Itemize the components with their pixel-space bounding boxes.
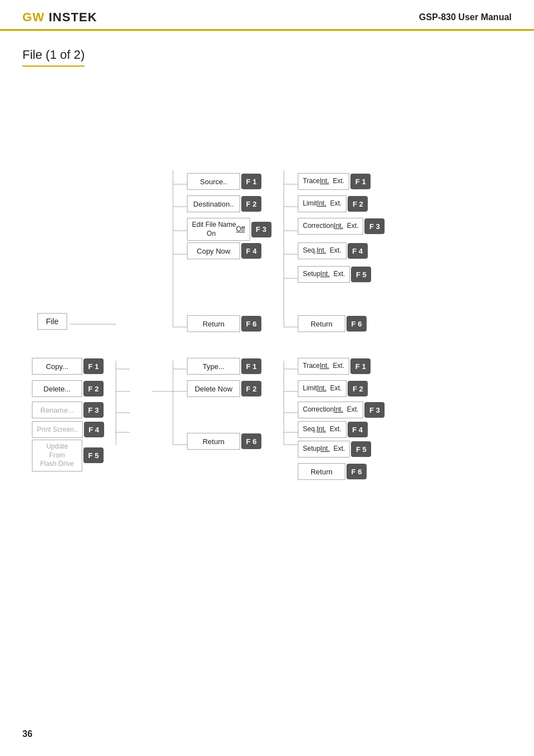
correction-bot-fkey: F 3 <box>364 402 385 418</box>
menu-item-edit-file-name[interactable]: Edit File NameOn Off F 3 <box>187 218 271 241</box>
source-label: Source.. <box>187 173 240 190</box>
correction-top-label: CorrectionInt. Ext. <box>298 218 363 235</box>
menu-item-return-top[interactable]: Return F 6 <box>187 315 261 332</box>
destination-fkey: F 2 <box>241 196 261 212</box>
correction-bot-label: CorrectionInt. Ext. <box>298 402 363 418</box>
menu-item-print-screen[interactable]: Print Screen.. F 4 <box>32 421 104 438</box>
menu-item-destination[interactable]: Destination.. F 2 <box>187 195 261 212</box>
delete-now-fkey: F 2 <box>241 381 261 396</box>
edit-file-name-label: Edit File NameOn Off <box>187 218 250 241</box>
menu-item-copy-now[interactable]: Copy Now F 4 <box>187 242 261 259</box>
type-fkey: F 1 <box>241 358 261 374</box>
seq-top-fkey: F 4 <box>348 243 368 259</box>
return-bot-right-label: Return <box>298 463 345 480</box>
type-label: Type... <box>187 358 240 375</box>
menu-item-trace-top[interactable]: TraceInt. Ext. F 1 <box>298 173 371 190</box>
return-bottom-label: Return <box>187 433 240 450</box>
update-flash-label: UpdateFromFlash Drive <box>32 440 82 472</box>
return-top-label: Return <box>187 315 240 332</box>
correction-top-fkey: F 3 <box>364 218 385 234</box>
menu-item-seq-top[interactable]: Seq.Int. Ext. F 4 <box>298 242 368 259</box>
menu-item-setup-top[interactable]: SetupInt. Ext. F 5 <box>298 266 371 283</box>
copy-label: Copy... <box>32 358 82 375</box>
copy-now-label: Copy Now <box>187 242 240 259</box>
seq-bot-fkey: F 4 <box>348 422 368 437</box>
limit-bot-label: LimitInt. Ext. <box>298 380 346 397</box>
menu-item-setup-bot[interactable]: SetupInt. Ext. F 5 <box>298 441 371 458</box>
seq-top-label: Seq.Int. Ext. <box>298 242 346 259</box>
menu-item-seq-bot[interactable]: Seq.Int. Ext. F 4 <box>298 421 368 438</box>
trace-top-fkey: F 1 <box>350 174 371 189</box>
return-top-fkey: F 6 <box>241 316 261 332</box>
limit-bot-fkey: F 2 <box>348 381 368 396</box>
menu-item-return-bot-right[interactable]: Return F 6 <box>298 463 367 480</box>
menu-item-trace-bot[interactable]: TraceInt. Ext. F 1 <box>298 358 371 375</box>
section-title: File (1 of 2) <box>22 48 85 67</box>
setup-bot-label: SetupInt. Ext. <box>298 441 350 458</box>
menu-item-delete[interactable]: Delete... F 2 <box>32 380 104 397</box>
seq-bot-label: Seq.Int. Ext. <box>298 421 346 438</box>
menu-item-type[interactable]: Type... F 1 <box>187 358 261 375</box>
destination-label: Destination.. <box>187 195 240 212</box>
header: GW INSTEK GSP-830 User Manual <box>0 0 534 31</box>
rename-label: Rename... <box>32 402 82 418</box>
return-bottom-fkey: F 6 <box>241 433 261 449</box>
menu-item-correction-bot[interactable]: CorrectionInt. Ext. F 3 <box>298 402 385 418</box>
setup-top-label: SetupInt. Ext. <box>298 266 350 283</box>
return-top-right-label: Return <box>298 315 345 332</box>
trace-top-label: TraceInt. Ext. <box>298 173 349 190</box>
menu-item-rename[interactable]: Rename... F 3 <box>32 402 104 418</box>
trace-bot-label: TraceInt. Ext. <box>298 358 349 375</box>
menu-item-source[interactable]: Source.. F 1 <box>187 173 261 190</box>
menu-item-limit-top[interactable]: LimitInt. Ext. F 2 <box>298 195 368 212</box>
print-screen-label: Print Screen.. <box>32 421 83 438</box>
manual-title: GSP-830 User Manual <box>419 12 512 22</box>
menu-item-return-bottom[interactable]: Return F 6 <box>187 433 261 450</box>
delete-fkey: F 2 <box>83 381 104 396</box>
copy-now-fkey: F 4 <box>241 243 261 259</box>
menu-item-limit-bot[interactable]: LimitInt. Ext. F 2 <box>298 380 368 397</box>
menu-item-return-top-right[interactable]: Return F 6 <box>298 315 367 332</box>
limit-top-fkey: F 2 <box>348 196 368 212</box>
page-content: File (1 of 2) <box>0 31 534 470</box>
source-fkey: F 1 <box>241 174 261 189</box>
logo: GW INSTEK <box>22 10 97 25</box>
trace-bot-fkey: F 1 <box>350 358 371 374</box>
update-flash-fkey: F 5 <box>83 447 104 463</box>
menu-item-correction-top[interactable]: CorrectionInt. Ext. F 3 <box>298 218 385 235</box>
copy-fkey: F 1 <box>83 358 104 374</box>
file-box[interactable]: File <box>38 313 67 330</box>
menu-item-copy[interactable]: Copy... F 1 <box>32 358 104 375</box>
delete-label: Delete... <box>32 380 82 397</box>
return-top-right-fkey: F 6 <box>346 316 367 332</box>
delete-now-label: Delete Now <box>187 380 240 397</box>
setup-bot-fkey: F 5 <box>351 441 371 457</box>
menu-item-delete-now[interactable]: Delete Now F 2 <box>187 380 261 397</box>
menu-item-update-flash[interactable]: UpdateFromFlash Drive F 5 <box>32 440 104 472</box>
print-screen-fkey: F 4 <box>84 422 104 437</box>
edit-file-name-fkey: F 3 <box>251 222 271 237</box>
return-bot-right-fkey: F 6 <box>346 464 367 479</box>
diagram-area: Source.. F 1 Destination.. F 2 Edit File… <box>26 83 508 447</box>
limit-top-label: LimitInt. Ext. <box>298 195 346 212</box>
page-number: 36 <box>22 729 32 739</box>
rename-fkey: F 3 <box>83 402 104 418</box>
setup-top-fkey: F 5 <box>351 267 371 282</box>
